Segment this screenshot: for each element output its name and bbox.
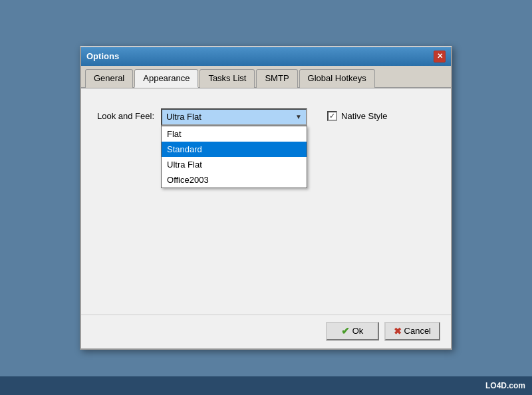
native-style-row: ✓ Native Style <box>327 108 387 121</box>
laf-dropdown[interactable]: Ultra Flat ▼ <box>161 108 307 126</box>
tab-appearance[interactable]: Appearance <box>134 69 198 88</box>
tab-general[interactable]: General <box>85 69 133 88</box>
tab-tasks-list[interactable]: Tasks List <box>200 69 255 88</box>
title-bar: Options ✕ <box>81 47 451 66</box>
ok-label: Ok <box>352 326 364 336</box>
laf-option-office2003[interactable]: Office2003 <box>162 172 307 188</box>
laf-selected-value: Ultra Flat <box>166 112 201 122</box>
laf-option-standard[interactable]: Standard <box>162 142 307 157</box>
cancel-button[interactable]: ✖ Cancel <box>384 322 440 340</box>
tab-global-hotkeys[interactable]: Global Hotkeys <box>299 69 375 88</box>
close-button[interactable]: ✕ <box>434 51 446 63</box>
native-style-label: Native Style <box>341 111 387 121</box>
lo4d-logo: LO4D.com <box>485 381 525 390</box>
native-style-checkbox[interactable]: ✓ <box>327 111 337 121</box>
button-bar: ✔ Ok ✖ Cancel <box>81 315 451 348</box>
laf-label: Look and Feel: <box>97 108 154 121</box>
dialog-title: Options <box>86 51 119 61</box>
options-dialog: Options ✕ General Appearance Tasks List … <box>80 46 452 350</box>
ok-icon: ✔ <box>341 325 350 337</box>
laf-option-ultraflat[interactable]: Ultra Flat <box>162 157 307 172</box>
laf-option-flat[interactable]: Flat <box>162 126 307 142</box>
dropdown-arrow-icon: ▼ <box>295 113 302 120</box>
laf-dropdown-list: Flat Standard Ultra Flat Office2003 <box>161 126 307 188</box>
cancel-label: Cancel <box>404 326 431 336</box>
cancel-icon: ✖ <box>394 326 402 336</box>
tab-smtp[interactable]: SMTP <box>256 69 297 88</box>
lo4d-footer: LO4D.com <box>0 376 532 395</box>
laf-dropdown-wrapper: Ultra Flat ▼ Flat Standard Ultra Flat Of… <box>161 108 307 126</box>
tab-bar: General Appearance Tasks List SMTP Globa… <box>81 66 451 88</box>
ok-button[interactable]: ✔ Ok <box>326 322 379 340</box>
checkbox-check-icon: ✓ <box>329 112 335 120</box>
appearance-panel: Look and Feel: Ultra Flat ▼ Flat Standar… <box>81 88 451 315</box>
look-and-feel-row: Look and Feel: Ultra Flat ▼ Flat Standar… <box>97 108 435 126</box>
